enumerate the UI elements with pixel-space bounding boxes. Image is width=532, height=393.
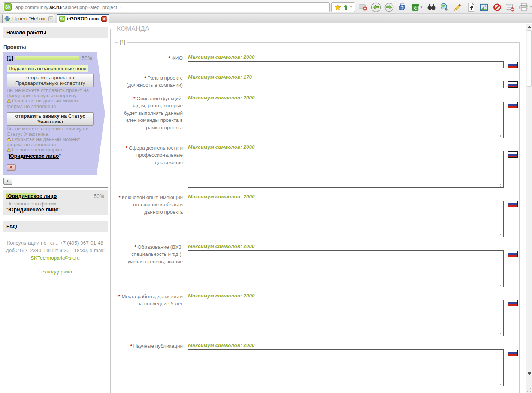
divider [3, 266, 108, 266]
address-bar[interactable]: Sk app.community.sk.ru/cabinet.php?step=… [3, 2, 330, 12]
required-mark: * [144, 75, 146, 81]
bookmark-star-icon[interactable] [334, 2, 341, 12]
url-prefix: app.community. [15, 4, 49, 10]
sk-favicon: Sk [59, 16, 65, 22]
workplaces-textarea[interactable] [188, 300, 504, 336]
tab-close-icon[interactable]: × [101, 16, 107, 22]
printer-icon[interactable]: ▼ [518, 2, 532, 12]
legal-note-quoted-link: "Юридическое лицо" [6, 207, 104, 213]
send-project-button[interactable]: отправить проект на Предварительную эксп… [7, 74, 94, 87]
russian-flag-icon[interactable] [508, 102, 518, 108]
list-filter-icon[interactable] [505, 2, 516, 12]
field-row: *Образование (ВУЗ, специальность и т.д.)… [118, 243, 519, 287]
tech-support-link[interactable]: Техподдержка [39, 269, 72, 274]
refresh-icon[interactable] [397, 2, 408, 12]
russian-flag-icon[interactable] [508, 250, 518, 257]
quote: " [59, 153, 61, 159]
faq-link[interactable]: FAQ [6, 224, 17, 230]
legal-entity-section-link[interactable]: Юридическое лицо [6, 193, 57, 199]
field-hint: Максимум символов: 2000 [188, 243, 504, 250]
tab-project[interactable]: Проект "Небохо... × [2, 14, 55, 23]
field-row: *Научные публикации Максимум символов: 2… [118, 342, 519, 386]
tab-igorod-active[interactable]: Sk i-GOROD.com _ × [57, 14, 109, 23]
window-resize-corner[interactable] [526, 377, 532, 393]
forward-icon[interactable] [384, 2, 395, 12]
project-1-link[interactable]: [1] [7, 55, 13, 61]
russian-flag-icon[interactable] [508, 300, 518, 306]
required-mark: * [168, 55, 170, 61]
contact-info: Консультации по тел.: +7 (495) 967-01-48… [3, 238, 108, 264]
required-mark: * [133, 96, 135, 101]
russian-flag-icon[interactable] [508, 152, 518, 158]
delete-project-button[interactable]: × [7, 164, 16, 171]
legal-entity-link[interactable]: Юридическое лицо [9, 153, 59, 159]
zoom-search-icon[interactable] [439, 2, 450, 12]
site-favicon: Sk [4, 3, 12, 11]
resize-grip-icon[interactable] [502, 334, 502, 335]
images-icon[interactable] [479, 2, 489, 12]
resize-grip-icon[interactable] [502, 186, 502, 187]
warning-text: Открытая на данный момент форма не запол… [7, 136, 80, 147]
publications-textarea[interactable] [188, 349, 504, 386]
resize-grip-icon[interactable] [502, 236, 502, 236]
scrollbar-up-icon[interactable] [528, 26, 531, 28]
fio-input[interactable] [188, 61, 504, 68]
russian-flag-icon[interactable] [508, 350, 518, 356]
recycle-bin-icon[interactable]: ▼ [410, 2, 424, 12]
project-progress-bar [15, 56, 79, 60]
functions-textarea[interactable] [188, 102, 504, 138]
url-text[interactable]: app.community.sk.ru/cabinet.php?step=pro… [15, 4, 123, 10]
highlight-empty-fields-button[interactable]: Подсветить незаполненные поля [7, 65, 88, 72]
send-status-request-button[interactable]: отправить заявку на Статус Участника [7, 112, 94, 126]
find-binoculars-icon[interactable] [426, 2, 437, 12]
field-hint: Максимум символов: 2000 [188, 293, 504, 300]
scrollbar-thumb[interactable] [527, 30, 532, 87]
legal-entity-link[interactable]: Юридическое лицо [8, 207, 58, 213]
russian-flag-icon[interactable] [508, 81, 518, 88]
warning-text: Не заполнена форма [12, 147, 62, 153]
faq-box: FAQ [3, 221, 108, 232]
field-label: *ФИО [118, 54, 183, 68]
field-hint: Максимум символов: 2000 [188, 144, 504, 151]
russian-flag-icon[interactable] [508, 62, 518, 68]
start-work-box: Начало работы [3, 27, 108, 38]
key-experience-textarea[interactable] [188, 201, 504, 237]
start-work-link[interactable]: Начало работы [6, 30, 46, 36]
block-content-icon[interactable] [492, 2, 502, 12]
printer-dropdown-icon[interactable]: ▼ [529, 6, 532, 9]
add-project-button[interactable]: + [3, 178, 12, 185]
resize-grip-icon[interactable] [502, 285, 502, 286]
required-mark: * [126, 145, 127, 151]
warning-text: Открытая на данный момент форма не запол… [7, 98, 80, 109]
russian-flag-icon[interactable] [508, 201, 518, 207]
legal-note: Не заполнена форма [6, 201, 104, 207]
sphere-textarea[interactable] [188, 151, 504, 188]
resize-grip-icon[interactable] [502, 136, 502, 137]
warning-icon [7, 137, 11, 141]
scroll-up-icon[interactable] [342, 2, 348, 12]
education-textarea[interactable] [188, 250, 504, 287]
vertical-scrollbar[interactable] [526, 24, 532, 377]
legal-entity-quoted-link: "Юридическое лицо" [7, 153, 92, 159]
back-icon[interactable] [371, 2, 381, 12]
scrollbar-down-icon[interactable] [528, 372, 531, 375]
tab-title: Проект "Небохо... [12, 16, 46, 21]
recycle-bin-dropdown-icon[interactable]: ▼ [420, 6, 423, 9]
edit-pencil-icon[interactable] [453, 2, 463, 12]
resize-grip-icon[interactable] [502, 384, 502, 385]
project-panel: [1] 58% Подсветить незаполненные поля от… [3, 52, 105, 175]
field-row: *Места работы, должности за последние 5 … [118, 293, 519, 336]
field-hint: Максимум символов: 170 [188, 74, 504, 81]
field-label: *Образование (ВУЗ, специальность и т.д.)… [118, 243, 183, 287]
cannot-send-project-note: Вы не можете отправить проект на Предвар… [7, 88, 92, 98]
role-input[interactable] [188, 81, 504, 88]
tab-close-icon[interactable]: × [48, 16, 53, 21]
required-mark: * [134, 244, 136, 250]
flash-page-icon[interactable] [466, 2, 476, 12]
contact-email-link[interactable]: SKTechnopark@sk.ru [31, 255, 80, 261]
scroll-up-dropdown-icon[interactable]: ▼ [350, 6, 353, 9]
member-fieldset: [1] *ФИО Максимум символов: 2000 *Роль в… [115, 42, 520, 393]
divider [3, 41, 108, 41]
popup-blocker-icon[interactable] [358, 2, 368, 12]
field-row: *Роль в проекте (должность в компании) М… [118, 74, 519, 89]
